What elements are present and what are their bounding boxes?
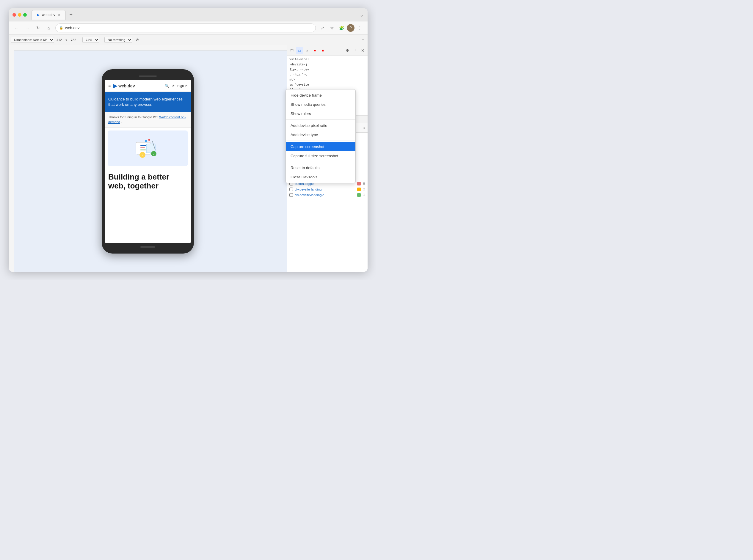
menu-icon[interactable]: ⋮	[356, 24, 364, 32]
address-bar[interactable]: 🔒 web.dev	[55, 23, 316, 33]
overlay-color-1[interactable]	[357, 187, 361, 191]
site-hero: Guidance to build modern web experiences…	[105, 92, 191, 112]
announce-suffix: .	[121, 120, 122, 124]
traffic-lights	[13, 13, 27, 17]
overlay-checkbox-1[interactable]	[289, 187, 293, 191]
show-media-queries-label: Show media queries	[291, 102, 326, 107]
devtools-settings-icon[interactable]: ⚙	[344, 47, 351, 54]
title-bar: ▶ web.dev ✕ + ⌄	[9, 8, 368, 21]
devtools-device-icon[interactable]: □	[296, 47, 303, 54]
svg-text:✓: ✓	[153, 152, 155, 156]
menu-item-hide-device-frame[interactable]: Hide device frame	[286, 91, 355, 100]
nav-bar: ← → ↻ ⌂ 🔒 web.dev ↗ ☆ 🧩 P ⋮	[9, 21, 368, 35]
devtools-more-icon[interactable]: ⋮	[351, 47, 359, 54]
code-line: : -4px;">c	[287, 72, 368, 77]
announce-text: Thanks for tuning in to Google I/O!	[108, 115, 158, 119]
add-device-type-label: Add device type	[291, 133, 318, 137]
site-logo[interactable]: ▶ web.dev	[113, 83, 135, 89]
overlay-grid-icon-0: ⊞	[363, 182, 365, 185]
minimize-window-button[interactable]	[18, 13, 21, 17]
devtools-error-icon[interactable]: ●	[311, 47, 318, 54]
main-content: ≡ ▶ web.dev 🔍 ☀ Sign in	[9, 45, 368, 272]
tab-close-button[interactable]: ✕	[57, 13, 61, 17]
tab-favicon-icon: ▶	[36, 13, 40, 17]
code-line: ss="devsite	[287, 82, 368, 87]
site-name-label: web.dev	[118, 83, 135, 88]
overlay-color-0[interactable]	[357, 182, 361, 185]
code-line: vsite-sidel	[287, 57, 368, 62]
tab-title: web.dev	[42, 13, 55, 17]
site-header: ≡ ▶ web.dev 🔍 ☀ Sign in	[105, 80, 191, 92]
menu-divider-3	[286, 162, 355, 162]
devtools-more-panels-icon[interactable]: »	[304, 47, 311, 54]
close-window-button[interactable]	[13, 13, 16, 17]
viewport-width: 412	[55, 38, 63, 42]
rotate-icon[interactable]: ⊘	[134, 36, 141, 43]
zoom-selector[interactable]: 74%	[82, 37, 99, 43]
phone-bottom-bar	[105, 245, 191, 249]
menu-item-close-devtools[interactable]: Close DevTools	[286, 173, 355, 182]
overlay-row-1: div.devsite-landing-r... ⊞	[289, 186, 365, 192]
svg-rect-10	[145, 140, 147, 142]
site-search-icon[interactable]: 🔍	[165, 84, 169, 88]
svg-rect-3	[140, 149, 146, 151]
svg-rect-2	[140, 147, 145, 148]
phone-frame: ≡ ▶ web.dev 🔍 ☀ Sign in	[102, 69, 194, 254]
site-logo-arrow-icon: ▶	[113, 83, 117, 89]
devtools-more-icon[interactable]: ⋯	[359, 36, 366, 43]
phone-top-bar	[105, 74, 191, 79]
browser-tab[interactable]: ▶ web.dev ✕	[32, 10, 66, 20]
dimensions-selector[interactable]: Dimensions: Nexus 6P	[11, 37, 54, 43]
overlay-checkbox-2[interactable]	[289, 193, 293, 197]
viewport-height: 732	[70, 38, 77, 42]
devtools-warning-icon[interactable]: ■	[319, 47, 326, 54]
devtools-select-icon[interactable]: ⬚	[288, 47, 295, 54]
browser-window: ▶ web.dev ✕ + ⌄ ← → ↻ ⌂ 🔒 web.dev ↗ ☆ 🧩 …	[9, 8, 368, 272]
capture-screenshot-label: Capture screenshot	[291, 144, 324, 149]
menu-divider-2	[286, 141, 355, 141]
bookmark-icon[interactable]: ☆	[328, 24, 336, 32]
nav-right-icons: ↗ ☆ 🧩 P ⋮	[318, 24, 364, 32]
hamburger-icon[interactable]: ≡	[108, 83, 111, 88]
overlay-name-1: div.devsite-landing-r...	[295, 187, 355, 191]
illustration-svg: ✓ ✓	[127, 134, 169, 163]
menu-item-reset-defaults[interactable]: Reset to defaults	[286, 163, 355, 173]
viewport-x-label: x	[64, 38, 69, 42]
phone-screen[interactable]: ≡ ▶ web.dev 🔍 ☀ Sign in	[105, 80, 191, 243]
share-icon[interactable]: ↗	[318, 24, 327, 32]
overlay-name-2: div.devsite-landing-r...	[295, 193, 355, 197]
home-button[interactable]: ⌂	[45, 24, 53, 32]
window-chevron-icon[interactable]: ⌄	[360, 12, 364, 18]
phone-home-button	[140, 246, 155, 248]
svg-rect-1	[140, 145, 146, 146]
tab-more-button[interactable]: »	[363, 126, 365, 129]
url-display: web.dev	[65, 25, 79, 30]
avatar[interactable]: P	[347, 24, 354, 32]
menu-item-capture-screenshot[interactable]: Capture screenshot	[286, 142, 355, 151]
show-rulers-label: Show rulers	[291, 112, 311, 116]
menu-item-capture-full-size[interactable]: Capture full size screenshot	[286, 151, 355, 161]
site-theme-icon[interactable]: ☀	[172, 84, 175, 88]
menu-item-show-rulers[interactable]: Show rulers	[286, 109, 355, 118]
forward-button[interactable]: →	[23, 24, 32, 32]
site-hero-text: Guidance to build modern web experiences…	[108, 97, 187, 107]
add-pixel-ratio-label: Add device pixel ratio	[291, 123, 327, 128]
throttling-selector[interactable]: No throttling	[104, 37, 132, 43]
menu-item-show-media-queries[interactable]: Show media queries	[286, 100, 355, 109]
reload-button[interactable]: ↻	[34, 24, 42, 32]
menu-item-add-device-type[interactable]: Add device type	[286, 130, 355, 139]
svg-text:✓: ✓	[141, 153, 144, 157]
back-button[interactable]: ←	[13, 24, 21, 32]
extensions-icon[interactable]: 🧩	[337, 24, 346, 32]
fullscreen-window-button[interactable]	[23, 13, 27, 17]
tab-bar: ▶ web.dev ✕ +	[32, 10, 357, 20]
overlay-grid-icon-1: ⊞	[363, 187, 365, 191]
menu-item-add-pixel-ratio[interactable]: Add device pixel ratio	[286, 121, 355, 130]
overlay-grid-icon-2: ⊞	[363, 193, 365, 197]
new-tab-button[interactable]: +	[67, 11, 75, 19]
overlay-color-2[interactable]	[357, 193, 361, 197]
site-signin-button[interactable]: Sign in	[177, 84, 187, 88]
capture-full-size-label: Capture full size screenshot	[291, 154, 338, 158]
security-icon: 🔒	[59, 26, 63, 30]
devtools-close-button[interactable]: ✕	[359, 47, 366, 54]
